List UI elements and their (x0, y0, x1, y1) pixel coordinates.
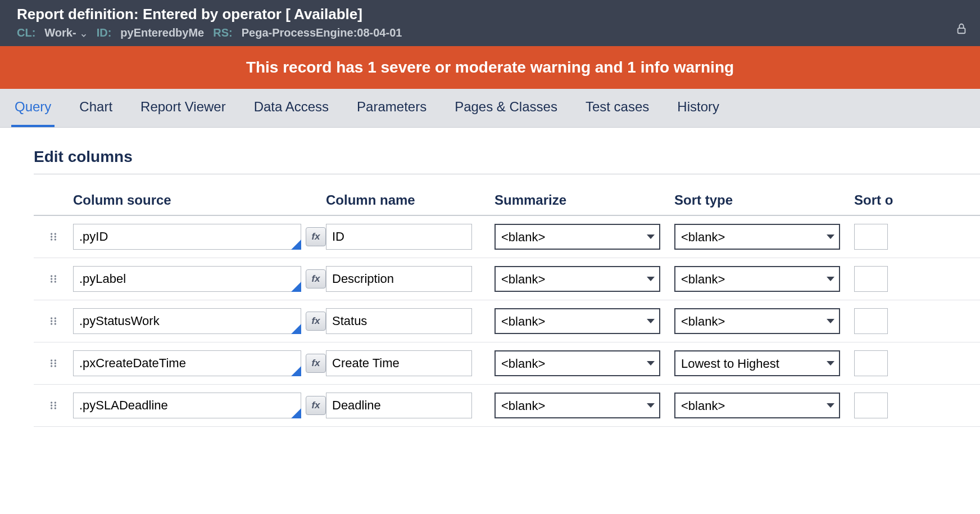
svg-point-18 (55, 323, 56, 324)
svg-point-3 (51, 236, 52, 237)
tab-test-cases[interactable]: Test cases (582, 89, 652, 127)
column-source-input[interactable] (73, 224, 301, 250)
drag-handle-icon[interactable] (48, 231, 59, 242)
sort-type-select[interactable]: <blank> (674, 266, 840, 292)
table-row: fx <blank> Lowest to Highest (34, 342, 980, 385)
svg-point-26 (55, 402, 56, 403)
chevron-down-icon (80, 29, 88, 37)
drag-handle-icon[interactable] (48, 273, 59, 285)
th-sort-order: Sort o (854, 192, 910, 208)
column-source-input[interactable] (73, 266, 301, 292)
svg-point-22 (55, 362, 56, 364)
summarize-select[interactable]: <blank> (494, 393, 660, 418)
warning-banner: This record has 1 severe or moderate war… (0, 46, 980, 89)
svg-point-7 (51, 275, 52, 277)
title-name: Entered by operator (143, 6, 282, 22)
cl-label: CL: (17, 26, 35, 39)
cl-value: Work- (44, 26, 76, 39)
svg-point-15 (51, 320, 52, 322)
sort-order-input[interactable] (854, 393, 888, 418)
title-status: [ Available] (285, 6, 362, 22)
fx-button[interactable]: fx (306, 227, 326, 246)
sort-type-select[interactable]: <blank> (674, 308, 840, 334)
svg-point-9 (51, 278, 52, 279)
svg-point-11 (51, 281, 52, 282)
svg-point-29 (51, 407, 52, 409)
th-sort-type: Sort type (674, 192, 854, 208)
sort-type-select[interactable]: <blank> (674, 224, 840, 250)
fx-button[interactable]: fx (306, 312, 326, 331)
svg-point-21 (51, 362, 52, 364)
summarize-select[interactable]: <blank> (494, 350, 660, 376)
svg-point-28 (55, 404, 56, 406)
column-name-input[interactable] (326, 266, 472, 292)
sort-order-input[interactable] (854, 350, 888, 376)
warning-text: This record has 1 severe or moderate war… (246, 58, 734, 76)
svg-point-5 (51, 238, 52, 240)
sort-type-select[interactable]: <blank> (674, 393, 840, 418)
svg-point-16 (55, 320, 56, 322)
fx-button[interactable]: fx (306, 396, 326, 415)
page-title: Report definition: Entered by operator [… (17, 6, 963, 23)
tab-report-viewer[interactable]: Report Viewer (137, 89, 229, 127)
sort-order-input[interactable] (854, 266, 888, 292)
tab-history[interactable]: History (674, 89, 723, 127)
svg-point-30 (55, 407, 56, 409)
tab-data-access[interactable]: Data Access (251, 89, 332, 127)
column-name-input[interactable] (326, 350, 472, 376)
fx-button[interactable]: fx (306, 269, 326, 288)
svg-point-14 (55, 317, 56, 319)
summarize-select[interactable]: <blank> (494, 224, 660, 250)
svg-point-13 (51, 317, 52, 319)
svg-point-19 (51, 359, 52, 361)
table-header: Column source Column name Summarize Sort… (34, 186, 980, 216)
svg-point-2 (55, 233, 56, 235)
header-meta: CL: Work- ID: pyEnteredbyMe RS: Pega-Pro… (17, 26, 963, 39)
th-summarize: Summarize (494, 192, 674, 208)
column-name-input[interactable] (326, 224, 472, 250)
panel-title: Edit columns (34, 148, 980, 174)
svg-point-8 (55, 275, 56, 277)
table-row: fx <blank> <blank> (34, 385, 980, 427)
cl-dropdown[interactable]: Work- (44, 26, 87, 39)
th-column-source: Column source (73, 192, 326, 208)
tab-parameters[interactable]: Parameters (353, 89, 430, 127)
svg-point-20 (55, 359, 56, 361)
svg-point-24 (55, 365, 56, 367)
id-value: pyEnteredbyMe (120, 26, 204, 39)
table-row: fx <blank> <blank> (34, 300, 980, 342)
svg-rect-0 (958, 28, 965, 33)
column-source-input[interactable] (73, 350, 301, 376)
tab-pages-classes[interactable]: Pages & Classes (451, 89, 561, 127)
sort-type-select[interactable]: Lowest to Highest (674, 350, 840, 376)
tab-chart[interactable]: Chart (76, 89, 116, 127)
summarize-select[interactable]: <blank> (494, 308, 660, 334)
column-name-input[interactable] (326, 308, 472, 334)
rs-label: RS: (213, 26, 232, 39)
title-prefix: Report definition: (17, 6, 139, 22)
th-column-name: Column name (326, 192, 494, 208)
svg-point-17 (51, 323, 52, 324)
svg-point-27 (51, 404, 52, 406)
drag-handle-icon[interactable] (48, 358, 59, 369)
sort-order-input[interactable] (854, 308, 888, 334)
summarize-select[interactable]: <blank> (494, 266, 660, 292)
svg-point-23 (51, 365, 52, 367)
fx-button[interactable]: fx (306, 354, 326, 373)
column-name-input[interactable] (326, 393, 472, 418)
column-source-input[interactable] (73, 308, 301, 334)
drag-handle-icon[interactable] (48, 315, 59, 327)
tab-query[interactable]: Query (11, 89, 55, 127)
svg-point-1 (51, 233, 52, 235)
sort-order-input[interactable] (854, 224, 888, 250)
svg-point-10 (55, 278, 56, 279)
tabs: Query Chart Report Viewer Data Access Pa… (0, 89, 980, 128)
drag-handle-icon[interactable] (48, 400, 59, 411)
column-source-input[interactable] (73, 393, 301, 418)
lock-icon[interactable] (955, 22, 968, 35)
header: Report definition: Entered by operator [… (0, 0, 980, 46)
table-row: fx <blank> <blank> (34, 258, 980, 300)
svg-point-6 (55, 238, 56, 240)
svg-point-25 (51, 402, 52, 403)
edit-columns-table: Column source Column name Summarize Sort… (34, 186, 980, 427)
